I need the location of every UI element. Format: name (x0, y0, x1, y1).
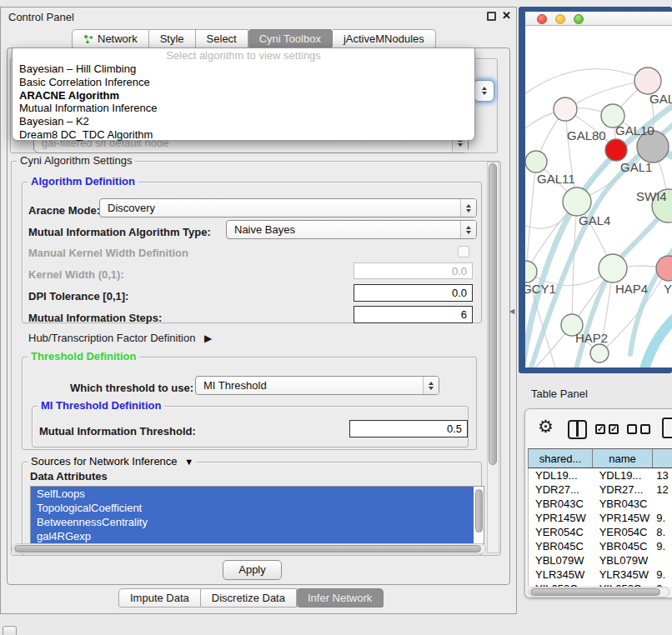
network-node[interactable] (590, 344, 609, 362)
network-edge-thick[interactable] (644, 319, 672, 368)
mi-threshold-field[interactable] (349, 420, 468, 438)
node-label-hap2: HAP2 (575, 331, 608, 345)
tab-impute-data[interactable]: Impute Data (118, 588, 201, 608)
algorithm-option-basic-correlation-inference[interactable]: Basic Correlation Inference (13, 76, 474, 89)
column-header-a[interactable]: A (653, 449, 672, 468)
algorithm-list: Bayesian – Hill ClimbingBasic Correlatio… (13, 62, 474, 142)
tab-label: Discretize Data (212, 592, 285, 604)
tab-network[interactable]: Network (72, 29, 149, 48)
table-cell: 13 (652, 468, 672, 482)
network-edge[interactable] (526, 162, 536, 272)
columns-icon[interactable] (568, 420, 587, 439)
mac-zoom-button[interactable] (574, 14, 584, 24)
dpi-tolerance-field[interactable] (354, 284, 473, 302)
network-node-gal1[interactable] (605, 139, 627, 161)
which-threshold-combo[interactable]: MI Threshold (195, 376, 439, 395)
settings-vscrollbar-thumb[interactable] (489, 163, 497, 465)
splitter-arrow-icon[interactable]: ◀ (509, 308, 514, 315)
algorithm-option-dream8-dc-tdc-algorithm[interactable]: Dream8 DC_TDC Algorithm (13, 128, 474, 142)
tab-jactivemnodules[interactable]: jActiveMNodules (333, 29, 436, 48)
table-cell: YPR145W (593, 511, 653, 525)
collapsed-panel-button[interactable] (3, 626, 17, 635)
tab-cyni-toolbox[interactable]: Cyni Toolbox (248, 29, 333, 48)
hub-definition-expander[interactable]: Hub/Transcription Factor Definition ▶ (28, 332, 212, 344)
network-node-gcy1[interactable] (525, 261, 537, 282)
tab-label: Select (207, 32, 237, 45)
tab-discretize-data[interactable]: Discretize Data (201, 588, 297, 608)
aracne-mode-combo[interactable]: Discovery (99, 198, 477, 218)
table-row[interactable]: YBR045CYBR045C9. (529, 539, 672, 553)
table-cell: YDL19... (529, 468, 593, 482)
gear-icon[interactable]: ⚙ (538, 417, 554, 437)
algorithm-option-mutual-information-inference[interactable]: Mutual Information Inference (13, 102, 474, 115)
tab-label: jActiveMNodules (344, 32, 424, 45)
table-cell: YLR345W (529, 568, 593, 582)
mac-close-button[interactable] (537, 14, 547, 24)
network-node-gal[interactable] (634, 68, 661, 94)
table-row[interactable]: YDR27...YDR27...12 (529, 482, 672, 497)
table-cell: YER054C (593, 525, 653, 539)
tab-infer-network[interactable]: Infer Network (297, 588, 384, 608)
attribute-item-betweennesscentrality[interactable]: BetweennessCentrality (31, 515, 474, 529)
data-attributes-listbox: SelfLoopsTopologicalCoefficientBetweenne… (30, 486, 484, 544)
settings-hscrollbar-thumb[interactable] (14, 545, 481, 552)
network-node-y[interactable] (656, 256, 672, 281)
table-row[interactable]: YBR043CYBR043C (529, 497, 672, 511)
tab-select[interactable]: Select (196, 29, 248, 48)
deselect-all-icon[interactable] (627, 424, 654, 434)
select-all-icon[interactable]: ✓ ✓ (595, 424, 622, 434)
table-row[interactable]: YLR345WYLR345W9. (529, 568, 672, 582)
mi-steps-field[interactable] (354, 306, 473, 323)
network-node-gal11[interactable] (525, 151, 547, 172)
column-header-name[interactable]: name (593, 449, 653, 468)
table-cell: YBL079W (593, 553, 653, 568)
network-node-hap4[interactable] (599, 254, 627, 282)
kernel-width-field (354, 262, 473, 279)
column-header-shared[interactable]: shared... (529, 449, 593, 468)
close-panel-icon[interactable]: ✕ (502, 9, 511, 22)
table-row[interactable]: YER054CYER054C8. (529, 525, 672, 539)
algorithm-option-bayesian-k2[interactable]: Bayesian – K2 (13, 115, 474, 128)
network-edge[interactable] (525, 69, 648, 96)
table-row[interactable]: YPR145WYPR145W9. (529, 511, 672, 525)
algorithm-popup-placeholder: Select algorithm to view settings (13, 48, 474, 62)
node-label-gal: GAL (649, 92, 672, 106)
network-window: GALGAL80GAL10GAL1GAL11SWI4GAL4GCY1HAP4YH… (525, 12, 672, 368)
network-node-gal80[interactable] (554, 98, 577, 121)
checked-box-icon: ✓ (609, 424, 619, 434)
network-window-titlebar[interactable] (525, 12, 672, 26)
mi-threshold-title: MI Threshold Definition (38, 400, 164, 412)
data-attributes-list: SelfLoopsTopologicalCoefficientBetweenne… (31, 487, 474, 543)
focused-combo-fragment[interactable] (474, 80, 494, 102)
algorithm-option-aracne-algorithm[interactable]: ARACNE Algorithm (13, 89, 474, 102)
tab-style[interactable]: Style (149, 29, 196, 48)
table-body: YDL19...YDL19...13YDR27...YDR27...12YBR0… (528, 468, 672, 587)
attributes-scrollbar-thumb[interactable] (475, 489, 483, 532)
import-table-icon[interactable] (662, 418, 672, 438)
attribute-item-selfloops[interactable]: SelfLoops (31, 487, 474, 501)
table-cell: 8. (652, 525, 672, 539)
attribute-item-topologicalcoefficient[interactable]: TopologicalCoefficient (31, 501, 474, 515)
control-panel-title: Control Panel (8, 11, 74, 23)
combo-arrows-icon (423, 377, 439, 394)
table-row[interactable]: YBL079WYBL079W (529, 553, 672, 568)
table-cell: 12 (652, 482, 672, 497)
network-canvas[interactable]: GALGAL80GAL10GAL1GAL11SWI4GAL4GCY1HAP4YH… (525, 26, 672, 368)
table-hscrollbar-thumb[interactable] (530, 588, 660, 596)
mac-minimize-button[interactable] (555, 14, 565, 24)
sources-expander[interactable]: Sources for Network Inference ▼ (28, 456, 197, 468)
node-label-gal1: GAL1 (620, 160, 652, 174)
table-row[interactable]: YDL19...YDL19...13 (529, 468, 672, 482)
table-cell (652, 497, 672, 511)
algorithm-option-bayesian-hill-climbing[interactable]: Bayesian – Hill Climbing (13, 62, 474, 76)
attribute-item-gal4rgexp[interactable]: gal4RGexp (31, 529, 474, 543)
float-window-icon[interactable] (487, 12, 496, 21)
node-label-hap4: HAP4 (615, 282, 648, 296)
table-cell: 9. (652, 539, 672, 553)
mi-type-combo[interactable]: Naive Bayes (226, 220, 477, 239)
network-edge[interactable] (572, 202, 577, 325)
table-cell: 9. (652, 568, 672, 582)
which-threshold-label: Which threshold to use: (70, 382, 193, 394)
network-node-gal4[interactable] (563, 188, 591, 216)
apply-button[interactable]: Apply (223, 560, 282, 580)
